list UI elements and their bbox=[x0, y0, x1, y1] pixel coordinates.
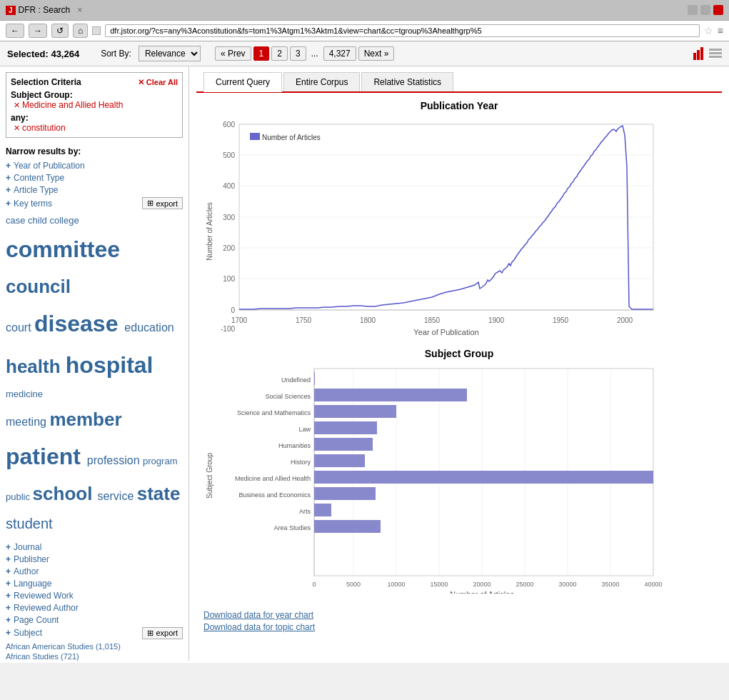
next-button[interactable]: Next » bbox=[358, 46, 395, 61]
page-3-button[interactable]: 3 bbox=[290, 46, 306, 61]
key-terms-export-button[interactable]: ⊞ export bbox=[142, 197, 183, 209]
tag-hospital[interactable]: hospital bbox=[66, 352, 154, 378]
narrow-key-terms[interactable]: + Key terms bbox=[6, 199, 52, 209]
sort-select[interactable]: Relevance bbox=[139, 46, 201, 61]
tag-school[interactable]: school bbox=[33, 483, 98, 504]
tag-profession[interactable]: profession bbox=[87, 454, 143, 466]
tag-meeting[interactable]: meeting bbox=[6, 416, 49, 428]
forward-button[interactable]: → bbox=[29, 24, 47, 38]
svg-text:Humanities: Humanities bbox=[278, 442, 311, 449]
svg-rect-45 bbox=[314, 389, 467, 401]
tag-service[interactable]: service bbox=[98, 490, 137, 502]
page-last-button[interactable]: 4,327 bbox=[323, 46, 356, 61]
tag-health[interactable]: health bbox=[6, 356, 66, 377]
page-2-button[interactable]: 2 bbox=[271, 46, 288, 61]
svg-text:2000: 2000 bbox=[617, 316, 633, 324]
remove-any-icon[interactable]: ✕ bbox=[14, 124, 20, 133]
subject-export-button[interactable]: ⊞ export bbox=[142, 627, 183, 639]
expand-language-icon: + bbox=[6, 579, 11, 589]
title-bar-left: J DFR : Search × bbox=[6, 5, 82, 15]
narrow-language[interactable]: + Language bbox=[6, 579, 183, 589]
tag-member[interactable]: member bbox=[49, 409, 121, 430]
download-year-link[interactable]: Download data for year chart bbox=[203, 610, 715, 620]
svg-text:1750: 1750 bbox=[296, 316, 312, 324]
tab-entire-corpus[interactable]: Entire Corpus bbox=[283, 72, 360, 91]
tag-student[interactable]: student bbox=[6, 516, 53, 531]
tag-case[interactable]: case bbox=[6, 215, 28, 226]
tag-council[interactable]: council bbox=[6, 276, 71, 297]
clear-all-button[interactable]: ✕ Clear All bbox=[138, 78, 178, 87]
subject-african-american[interactable]: African American Studies (1,015) bbox=[6, 642, 183, 651]
narrow-journal[interactable]: + Journal bbox=[6, 542, 183, 552]
chart-icon[interactable] bbox=[693, 47, 706, 60]
tag-college[interactable]: college bbox=[49, 215, 79, 226]
svg-text:1800: 1800 bbox=[360, 316, 376, 324]
tag-education[interactable]: education bbox=[124, 321, 174, 334]
tab-relative-statistics[interactable]: Relative Statistics bbox=[361, 72, 453, 91]
narrow-reviewed-author[interactable]: + Reviewed Author bbox=[6, 603, 183, 613]
ssl-icon bbox=[92, 26, 101, 35]
narrow-content-type[interactable]: + Content Type bbox=[6, 173, 183, 183]
tag-patient[interactable]: patient bbox=[6, 444, 87, 469]
download-topic-link[interactable]: Download data for topic chart bbox=[203, 622, 715, 632]
tag-committee[interactable]: committee bbox=[6, 236, 120, 262]
narrow-article-type[interactable]: + Article Type bbox=[6, 185, 183, 195]
window-title: DFR : Search bbox=[19, 5, 71, 15]
subject-group-value[interactable]: ✕ Medicine and Allied Health bbox=[14, 100, 178, 110]
narrow-author[interactable]: + Author bbox=[6, 566, 183, 576]
any-value[interactable]: ✕ constitution bbox=[14, 123, 178, 133]
svg-text:35000: 35000 bbox=[601, 581, 619, 588]
tag-court[interactable]: court bbox=[6, 321, 34, 334]
narrow-publisher[interactable]: + Publisher bbox=[6, 554, 183, 564]
narrow-reviewed-work[interactable]: + Reviewed Work bbox=[6, 591, 183, 601]
svg-text:Undefined: Undefined bbox=[281, 376, 311, 384]
narrow-subject[interactable]: + Subject bbox=[6, 628, 42, 638]
expand-author-icon: + bbox=[6, 566, 11, 576]
svg-text:1950: 1950 bbox=[553, 316, 569, 324]
subject-group-section: Subject Group bbox=[189, 348, 729, 603]
maximize-btn[interactable] bbox=[700, 5, 710, 15]
browser-window: J DFR : Search × ← → ↺ ⌂ ☆ ≡ Selected: 4… bbox=[0, 0, 729, 663]
narrow-page-count[interactable]: + Page Count bbox=[6, 615, 183, 625]
pub-year-section: Publication Year bbox=[189, 93, 729, 348]
selected-count: Selected: 43,264 bbox=[7, 49, 79, 59]
tag-medicine[interactable]: medicine bbox=[6, 389, 43, 399]
close-btn[interactable] bbox=[713, 5, 723, 15]
prev-button[interactable]: « Prev bbox=[215, 46, 251, 61]
svg-text:100: 100 bbox=[223, 275, 235, 283]
expand-content-icon: + bbox=[6, 173, 11, 183]
sidebar: Selection Criteria ✕ Clear All Subject G… bbox=[0, 66, 189, 661]
remove-subject-group-icon[interactable]: ✕ bbox=[14, 101, 20, 110]
expand-year-icon: + bbox=[6, 161, 11, 171]
url-input[interactable] bbox=[105, 24, 700, 37]
bookmark-icon[interactable]: ☆ bbox=[704, 25, 713, 36]
page-1-button[interactable]: 1 bbox=[253, 46, 270, 61]
tag-child[interactable]: child bbox=[28, 215, 49, 226]
export-icon: ⊞ bbox=[147, 199, 154, 208]
tag-public[interactable]: public bbox=[6, 491, 33, 502]
svg-text:15000: 15000 bbox=[430, 581, 448, 588]
tab-current-query[interactable]: Current Query bbox=[203, 72, 282, 92]
reload-button[interactable]: ↺ bbox=[51, 24, 69, 38]
tag-disease[interactable]: disease bbox=[34, 311, 124, 336]
subject-group-title: Subject Group bbox=[203, 348, 715, 359]
menu-icon[interactable]: ≡ bbox=[718, 25, 723, 36]
subject-group-chart: Undefined Social Sciences Science and Ma… bbox=[203, 365, 715, 596]
window-favicon: J bbox=[6, 6, 16, 15]
tag-state[interactable]: state bbox=[137, 483, 181, 504]
tabs-container: Current Query Entire Corpus Relative Sta… bbox=[189, 66, 729, 93]
svg-text:0: 0 bbox=[231, 306, 235, 314]
tabs-bar: Current Query Entire Corpus Relative Sta… bbox=[196, 72, 722, 93]
home-button[interactable]: ⌂ bbox=[73, 24, 88, 38]
expand-reviewed-author-icon: + bbox=[6, 603, 11, 613]
tab-close-icon[interactable]: × bbox=[77, 5, 82, 15]
narrow-year-publication[interactable]: + Year of Publication bbox=[6, 161, 183, 171]
svg-text:1700: 1700 bbox=[231, 316, 248, 324]
subject-african[interactable]: African Studies (721) bbox=[6, 652, 183, 661]
svg-rect-49 bbox=[314, 421, 377, 434]
tag-program[interactable]: program bbox=[143, 456, 177, 466]
back-button[interactable]: ← bbox=[6, 24, 24, 38]
minimize-btn[interactable] bbox=[688, 5, 698, 15]
svg-rect-43 bbox=[314, 372, 315, 385]
list-icon[interactable] bbox=[709, 47, 722, 60]
